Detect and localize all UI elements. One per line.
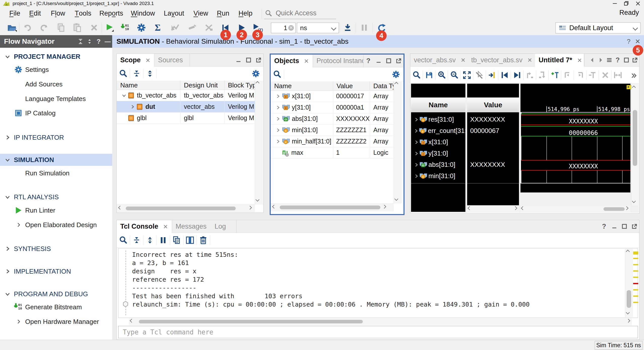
toolbar-redo[interactable] <box>37 20 51 35</box>
toolbar-open-folder[interactable] <box>5 20 19 35</box>
toolbar-sigma[interactable]: Σ <box>151 20 165 35</box>
tab-log[interactable]: Log <box>211 220 236 233</box>
settings-icon[interactable] <box>249 67 262 81</box>
close-icon[interactable] <box>527 57 533 63</box>
close-icon[interactable] <box>577 58 582 63</box>
objects-row-min310[interactable]: vmin[31:0]ZZZZZZZ1Array <box>271 124 394 136</box>
chevron-right-icon[interactable] <box>4 134 11 140</box>
quick-access-search[interactable]: Quick Access <box>265 7 338 19</box>
flownav-item-run-linter[interactable]: Run Linter <box>0 204 112 216</box>
scroll-down-icon[interactable] <box>632 199 636 203</box>
chevron-right-icon[interactable] <box>414 174 419 179</box>
objects-horizontal-scrollbar[interactable] <box>271 204 394 211</box>
help-icon[interactable]: ? <box>601 223 608 230</box>
delete-gray-icon[interactable] <box>599 67 611 83</box>
tab-objects[interactable]: Objects <box>271 55 313 67</box>
chevron-right-icon[interactable] <box>16 319 22 324</box>
wave-vertical-scrollbar[interactable] <box>631 84 639 206</box>
time-unit-select[interactable]: ns <box>297 23 339 33</box>
help-icon[interactable]: ? <box>624 35 633 48</box>
scroll-up-icon[interactable] <box>256 81 260 85</box>
menu-help[interactable]: Help <box>238 7 253 20</box>
overflow-icon[interactable] <box>629 67 639 84</box>
toolbar-pause-gray[interactable] <box>357 20 371 35</box>
toolbar-step-to[interactable] <box>341 20 355 35</box>
column-header-design-unit[interactable]: Design Unit <box>180 81 224 90</box>
column-header-name[interactable]: Name <box>271 81 333 90</box>
objects-row-min_half310[interactable]: vmin_half[31:0]ZZZZZZZ2Array <box>271 136 394 147</box>
chevron-right-icon[interactable] <box>274 127 282 133</box>
objects-vertical-scrollbar[interactable] <box>394 81 402 204</box>
swap-down-gray-icon[interactable] <box>536 67 548 83</box>
flownav-section-simulation[interactable]: SIMULATION <box>0 154 112 166</box>
float-icon[interactable] <box>255 57 262 63</box>
wave-signal-x310[interactable]: Ix[31:0] <box>411 136 465 148</box>
layout-select[interactable]: Default Layout <box>555 22 640 33</box>
help-icon[interactable]: ? <box>365 58 372 64</box>
objects-row-max[interactable]: max1Logic <box>271 147 394 158</box>
flownav-item-settings[interactable]: Settings <box>0 64 112 76</box>
wave-signal-y310[interactable]: Iy[31:0] <box>411 148 465 159</box>
toolbar-break-gray[interactable] <box>202 20 216 35</box>
help-icon[interactable]: ? <box>94 35 103 48</box>
scroll-left-icon[interactable] <box>118 206 122 210</box>
minimize-icon[interactable]: — <box>103 35 112 48</box>
chevron-down-icon[interactable] <box>4 157 11 163</box>
flownav-item-run-simulation[interactable]: Run Simulation <box>0 167 112 179</box>
tab-scope[interactable]: Scope <box>117 54 154 67</box>
flownav-section-project-manager[interactable]: PROJECT MANAGER <box>0 51 112 63</box>
yellow-flag-icon[interactable] <box>626 85 631 90</box>
warning-marker[interactable] <box>633 252 638 255</box>
chevron-right-icon[interactable] <box>129 104 136 110</box>
warning-marker[interactable] <box>633 295 638 297</box>
zoom-fit-icon[interactable] <box>461 67 473 83</box>
scroll-right-icon[interactable] <box>625 206 629 210</box>
window-minimize-button[interactable] <box>609 0 621 7</box>
wave-column-header-name[interactable]: Name <box>411 97 465 112</box>
objects-row-x310[interactable]: Ix[31:0]00000017Array <box>271 90 394 102</box>
chevron-right-icon[interactable] <box>274 93 282 99</box>
warning-marker[interactable] <box>633 258 638 259</box>
forward-icon[interactable] <box>597 57 604 63</box>
chevron-right-icon[interactable] <box>414 151 419 156</box>
toolbar-report-gray[interactable] <box>168 20 182 35</box>
maximize-icon[interactable] <box>385 58 392 64</box>
warning-marker[interactable] <box>633 270 638 272</box>
flownav-item-language-templates[interactable]: Language Templates <box>0 93 112 105</box>
toolbar-undo[interactable] <box>21 20 35 35</box>
maximize-icon[interactable] <box>623 57 630 63</box>
toolbar-bitstream-arrow[interactable]: 0110 <box>118 20 132 35</box>
chevron-down-icon[interactable] <box>4 194 11 200</box>
flownav-section-program-and-debug[interactable]: PROGRAM AND DEBUG <box>0 288 112 300</box>
scroll-up-icon[interactable] <box>626 250 630 254</box>
tcl-command-input[interactable]: Type a Tcl command here <box>118 326 638 338</box>
wave-column-header-value[interactable]: Value <box>467 97 519 112</box>
console-vertical-scrollbar[interactable] <box>625 249 633 317</box>
scroll-right-icon[interactable] <box>626 319 630 323</box>
window-close-button[interactable] <box>632 0 644 7</box>
maximize-icon[interactable] <box>245 57 252 63</box>
toolbar-paste[interactable] <box>70 20 84 35</box>
scroll-left-icon[interactable] <box>521 206 525 210</box>
float-icon[interactable] <box>631 223 638 230</box>
chevron-right-icon[interactable] <box>414 128 419 133</box>
flownav-section-ip-integrator[interactable]: IP INTEGRATOR <box>0 131 112 143</box>
tab-untitled-7-[interactable]: Untitled 7* <box>535 54 584 67</box>
float-icon[interactable] <box>395 58 402 64</box>
expand-all-icon[interactable] <box>85 35 94 48</box>
menu-tools[interactable]: Tools <box>75 7 91 20</box>
close-icon[interactable] <box>304 58 309 64</box>
flownav-section-implementation[interactable]: IMPLEMENTATION <box>0 265 112 277</box>
toolbar-pencil-gray[interactable] <box>185 20 199 35</box>
scroll-left-icon[interactable] <box>272 205 276 209</box>
help-icon[interactable]: ? <box>615 57 621 63</box>
goto-right-gray-icon[interactable] <box>574 67 586 83</box>
add-marker-icon[interactable] <box>549 67 561 83</box>
menu-file[interactable]: File <box>9 7 20 20</box>
search-icon[interactable] <box>410 67 423 83</box>
menu-flow[interactable]: Flow <box>51 7 65 20</box>
column-header-name[interactable]: Name <box>117 81 180 90</box>
trash-icon[interactable] <box>197 233 210 247</box>
chevron-right-icon[interactable] <box>274 116 282 122</box>
save-icon[interactable] <box>423 67 435 83</box>
